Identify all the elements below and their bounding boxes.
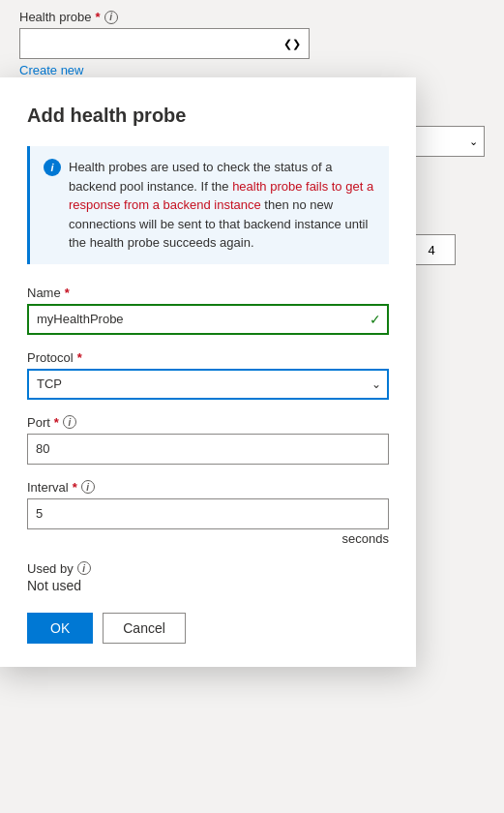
create-new-link[interactable]: Create new [19,63,83,77]
used-by-label: Used by i [27,561,389,576]
name-required-marker: * [65,286,70,300]
modal-title: Add health probe [27,105,389,127]
info-box-icon: i [44,159,61,176]
name-input-wrapper: ✓ [27,304,389,335]
add-health-probe-modal: Add health probe i Health probes are use… [0,77,416,667]
port-info-icon[interactable]: i [63,415,76,429]
used-by-info-icon[interactable]: i [77,561,91,575]
bg-dropdown-right[interactable]: ⌄ [407,126,485,157]
health-probe-dropdown[interactable]: ❮❯ [19,28,310,59]
port-input[interactable] [27,434,389,465]
ok-button[interactable]: OK [27,613,93,644]
bg-dropdown-chevron-icon: ⌄ [469,136,478,148]
protocol-required-marker: * [77,350,82,365]
name-label: Name * [27,286,389,300]
port-field: Port * i [27,415,389,465]
protocol-select-wrapper: TCP HTTP HTTPS ⌄ [27,369,389,400]
not-used-text: Not used [27,578,389,593]
protocol-select[interactable]: TCP HTTP HTTPS [27,369,389,400]
port-label: Port * i [27,415,389,430]
cancel-button[interactable]: Cancel [103,613,186,644]
used-by-section: Used by i Not used [27,561,389,593]
info-box-text: Health probes are used to check the stat… [69,158,375,253]
port-required-marker: * [54,415,59,430]
required-marker: * [95,10,100,24]
interval-input[interactable] [27,498,389,529]
name-input[interactable] [27,304,389,335]
interval-suffix: seconds [27,531,389,546]
name-field: Name * ✓ [27,286,389,335]
interval-info-icon[interactable]: i [81,480,95,494]
health-probe-label: Health probe * i [19,10,485,24]
interval-field: Interval * i seconds [27,480,389,546]
protocol-field: Protocol * TCP HTTP HTTPS ⌄ [27,350,389,400]
protocol-label: Protocol * [27,350,389,365]
health-probe-info-icon[interactable]: i [104,11,118,24]
interval-label: Interval * i [27,480,389,495]
button-row: OK Cancel [27,613,389,644]
check-icon: ✓ [370,312,381,327]
interval-required-marker: * [73,480,77,495]
health-probe-chevron-icon: ❮❯ [283,38,301,50]
info-box: i Health probes are used to check the st… [27,146,389,264]
